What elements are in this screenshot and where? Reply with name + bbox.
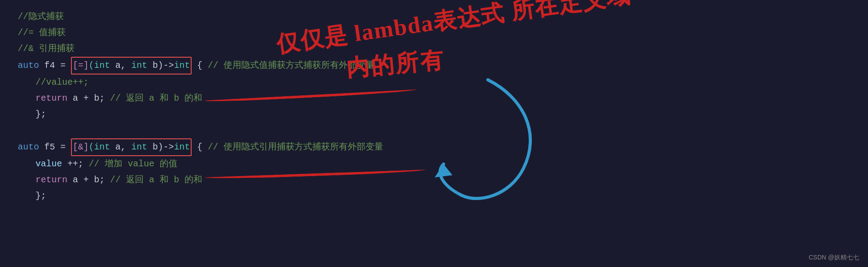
blue-arrow	[399, 71, 550, 222]
code-line-8: auto f5 = [&](int a, int b)->int { // 使用…	[18, 138, 383, 156]
auto-keyword-1: auto	[18, 60, 39, 71]
code-area: //隐式捕获 //= 值捕获 //& 引用捕获 auto f4 = [=](in…	[0, 0, 868, 267]
code-line-7: };	[18, 106, 383, 122]
auto-keyword-2: auto	[18, 142, 39, 152]
code-line-11: };	[18, 188, 383, 204]
watermark: CSDN @妖精七七	[809, 254, 859, 262]
code-line-5: //value++;	[18, 75, 383, 90]
code-blank-1	[18, 122, 383, 138]
capture-highlight-2: [&](int a, int b)->int	[71, 138, 192, 156]
code-line-9: value ++; // 增加 value 的值	[18, 156, 383, 172]
capture-highlight-1: [=](int a, int b)->int	[71, 57, 192, 75]
code-line-4: auto f4 = [=](int a, int b)->int { // 使用…	[18, 57, 383, 75]
